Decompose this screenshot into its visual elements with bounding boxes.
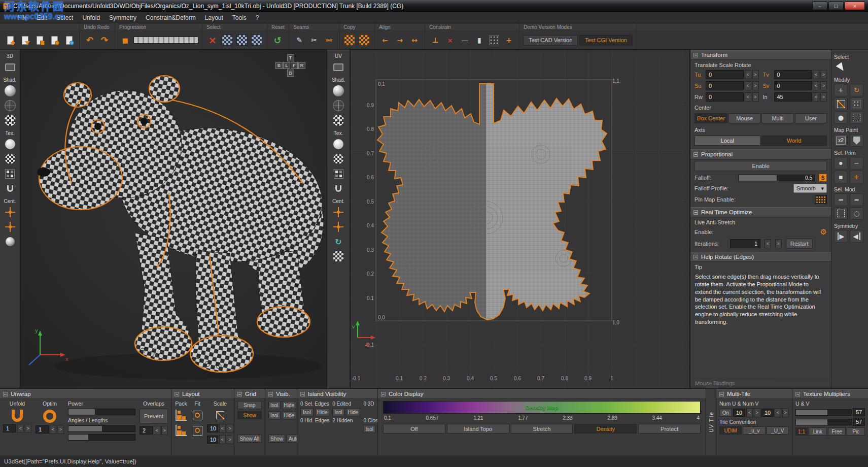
num-u-decrement[interactable]: < [746,408,753,417]
visib-isolate-button[interactable]: Isol [268,401,281,409]
collapse-icon[interactable] [693,210,698,215]
uv-lower-convention-button[interactable]: _u_v [743,426,765,435]
texture-checker-icon[interactable] [4,152,17,165]
layout-margin-field[interactable]: 10 [207,424,218,432]
uv-shading-flat-icon[interactable] [332,84,345,97]
rw-field[interactable]: 0 [706,92,744,102]
select-checker-icon[interactable] [221,34,234,47]
collapse-icon[interactable] [693,152,698,157]
uv-texture-none-icon[interactable] [332,138,345,151]
udim-button[interactable]: UDIM [719,426,742,435]
unfold-increment[interactable]: > [25,424,31,433]
seam-weld-icon[interactable]: »« [322,34,335,47]
prevent-overlaps-button[interactable]: Prevent [140,409,168,424]
view-back-button[interactable]: B [275,62,283,69]
iterations-field[interactable]: 1 [730,239,760,248]
optim-decrement[interactable]: < [50,425,56,434]
overlaps-decrement[interactable]: < [154,426,160,435]
texture-texel-density-icon[interactable] [4,167,17,180]
center-multi-button[interactable]: Multi [761,113,793,123]
overlaps-increment[interactable]: > [161,426,168,435]
island-hide-button[interactable]: Hide [315,408,330,416]
grid-snap-button[interactable]: Snap [237,401,262,409]
view-left-button[interactable]: L [283,62,290,69]
center-pivot-icon[interactable] [4,206,17,219]
island-isolate3-button[interactable]: Isol [363,425,375,433]
viewport-3d[interactable]: y x T B L F R B [20,50,327,388]
vertical-constraint-icon[interactable]: ▮ [473,34,486,47]
menu-tools[interactable]: Tools [228,13,251,22]
collapse-icon[interactable] [3,392,8,396]
grid-constraint-icon[interactable] [488,34,501,47]
unfold-iterations-field[interactable]: 1 [3,424,16,432]
viewport-3d-mode-icon[interactable] [4,60,17,74]
density-button[interactable]: Density [574,424,637,433]
center-user-button[interactable]: User [795,113,827,123]
texture-uv-icon[interactable] [4,182,17,195]
menu-constrain-deform[interactable]: Constrain&Deform [141,13,200,22]
menu-edit[interactable]: Edit [32,13,52,22]
in-field[interactable]: 45 [774,92,812,102]
in-increment[interactable]: > [820,92,827,102]
visib-auto-button[interactable]: Auto [287,435,297,443]
density-gradient-bar[interactable]: Density Map [383,401,701,414]
fit-island-icon[interactable] [191,424,204,437]
visib-isolate2-button[interactable]: Isol [268,411,281,419]
center-selection-icon[interactable] [4,220,17,234]
island-hide2-button[interactable]: Hide [346,408,361,416]
layout-panel-header[interactable]: Layout [171,389,234,399]
align-left-icon[interactable]: ← [378,34,392,47]
grid-show-button[interactable]: Show [237,411,262,419]
collapse-icon[interactable] [795,392,800,396]
num-u-field[interactable]: 10 [733,409,745,417]
x2-multiplier-icon[interactable]: x2 [834,134,848,147]
seam-cut-icon[interactable]: ✂ [307,34,321,47]
tv-field[interactable]: 0 [774,70,812,79]
rotate-tool-icon[interactable]: ↻ [850,84,863,96]
lattice-tool-icon[interactable] [850,97,863,110]
symmetry-mirror-right-icon[interactable]: ◀ [850,230,863,243]
seam-brush-icon[interactable]: ✎ [293,34,306,47]
constrain-pin-icon[interactable]: ⊥ [429,34,442,47]
menu-layout[interactable]: Layout [200,13,228,22]
sv-decrement[interactable]: < [813,81,819,90]
pic-button[interactable]: Pic [847,427,865,436]
soft-selection-icon[interactable]: ≈ [834,193,848,206]
power-slider[interactable] [68,409,135,415]
constrain-clear-icon[interactable]: × [443,34,457,47]
axis-local-button[interactable]: Local [695,136,760,146]
uv-center-selection-icon[interactable] [332,220,345,234]
uv-shading-checker-icon[interactable] [332,114,345,127]
falloff-s-button[interactable]: S [819,174,827,182]
stretch-button[interactable]: Stretch [511,424,573,433]
loop-selection-icon[interactable]: ≈ [850,193,863,206]
lasso-select-icon[interactable]: ◌ [850,207,863,220]
show-all-button[interactable]: Show All [237,435,262,443]
symmetry-mirror-left-icon[interactable]: ▶ [834,230,848,243]
shading-wireframe-icon[interactable] [4,99,17,112]
shading-checker-icon[interactable] [4,114,17,127]
iterations-decrement[interactable]: < [765,239,771,248]
uv-shading-wireframe-icon[interactable] [332,99,345,112]
color-off-button[interactable]: Off [383,424,445,433]
texture-v-value[interactable]: 57 [853,418,865,426]
uv-refresh-icon[interactable]: ↻ [332,235,345,248]
island-topo-button[interactable]: Island Topo [447,424,509,433]
falloff-slider[interactable]: 0.5 [738,175,815,181]
redo-icon[interactable]: ↷ [98,34,111,47]
sv-increment[interactable]: > [820,81,827,90]
su-field[interactable]: 0 [706,81,744,90]
view-cube[interactable]: T B L F R B [275,54,305,77]
overlaps-field[interactable]: 2 [140,426,153,435]
collapse-icon[interactable] [381,392,386,396]
uv-upper-convention-button[interactable]: _U_V [767,426,789,435]
fit-icon[interactable] [191,409,204,422]
num-v-decrement[interactable]: < [775,408,781,417]
link-button[interactable]: Link [809,427,827,436]
visib-show-button[interactable]: Show [268,435,285,443]
new-file-icon[interactable] [4,34,17,47]
view-right-button[interactable]: R [298,62,305,69]
angles-lengths-slider[interactable] [68,425,135,432]
select-pattern-icon[interactable] [250,34,263,47]
optimize-button[interactable] [43,410,56,423]
